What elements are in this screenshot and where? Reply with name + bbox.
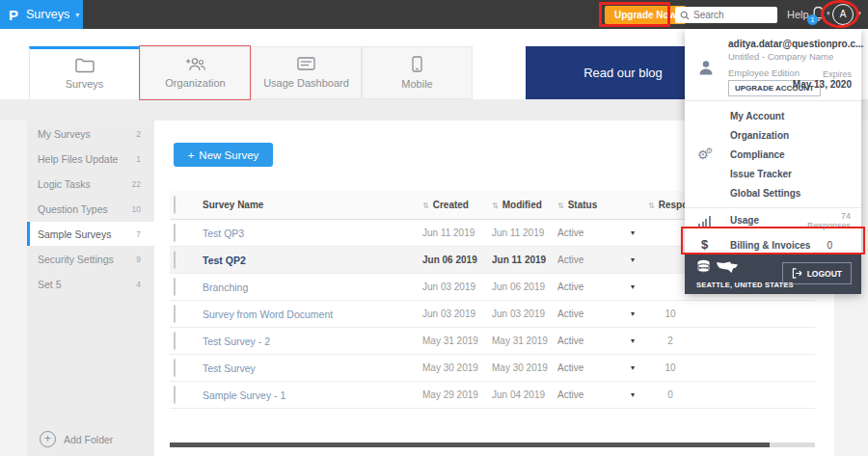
server-database-icon bbox=[696, 259, 711, 275]
account-menu-item[interactable]: Organization bbox=[685, 126, 861, 146]
tab-organization[interactable]: Organization bbox=[140, 46, 251, 99]
row-actions-dropdown[interactable]: ▾ bbox=[617, 390, 648, 399]
column-header-survey-name[interactable]: Survey Name bbox=[203, 200, 422, 210]
sidebar-folder-item[interactable]: Help Files Update 1 bbox=[27, 147, 154, 171]
row-actions-dropdown[interactable]: ▾ bbox=[617, 282, 648, 291]
account-avatar[interactable]: A bbox=[832, 4, 854, 25]
billing-value: 0 bbox=[827, 240, 832, 251]
status-value: Active bbox=[557, 362, 617, 373]
folder-label: My Surveys bbox=[38, 128, 136, 140]
tab-mobile[interactable]: Mobile bbox=[362, 46, 473, 99]
new-survey-button[interactable]: +New Survey bbox=[174, 143, 273, 167]
logout-label: LOGOUT bbox=[807, 269, 842, 279]
chevron-down-icon[interactable]: ▾ bbox=[857, 10, 861, 17]
upgrade-now-button[interactable]: Upgrade Now bbox=[605, 6, 686, 24]
account-location: SEATTLE, UNITED STATES bbox=[696, 281, 794, 289]
row-checkbox[interactable] bbox=[174, 359, 176, 377]
survey-name-link[interactable]: Test QP2 bbox=[203, 255, 422, 266]
row-actions-dropdown[interactable]: ▾ bbox=[617, 336, 648, 345]
row-actions-dropdown[interactable]: ▾ bbox=[617, 255, 648, 264]
row-actions-dropdown[interactable]: ▾ bbox=[617, 309, 648, 318]
usa-map-icon bbox=[716, 260, 739, 274]
sort-icon: ⇅ bbox=[492, 201, 499, 210]
mobile-phone-icon bbox=[412, 56, 422, 72]
row-checkbox[interactable] bbox=[174, 305, 176, 323]
sidebar-folder-item[interactable]: My Surveys 2 bbox=[27, 121, 154, 146]
account-menu-item[interactable]: My Account bbox=[685, 107, 861, 126]
product-switcher[interactable]: P Surveys ▾ bbox=[0, 0, 83, 29]
tab-label: Usage Dashboard bbox=[263, 77, 349, 89]
folder-count: 4 bbox=[136, 280, 141, 289]
responses-count: 0 bbox=[648, 389, 692, 400]
status-value: Active bbox=[557, 255, 617, 265]
survey-name-link[interactable]: Test QP3 bbox=[203, 228, 422, 239]
sidebar-folder-item[interactable]: Security Settings 9 bbox=[27, 247, 154, 271]
sidebar-folder-item[interactable]: Logic Tasks 22 bbox=[27, 172, 154, 196]
sort-icon: ⇅ bbox=[557, 201, 564, 210]
search-box[interactable] bbox=[675, 7, 777, 23]
row-actions-dropdown[interactable]: ▾ bbox=[617, 228, 648, 237]
created-date: May 29 2019 bbox=[422, 389, 492, 400]
chevron-down-icon: ▾ bbox=[75, 11, 79, 19]
folder-label: Help Files Update bbox=[38, 153, 136, 165]
add-folder-label: Add Folder bbox=[64, 434, 113, 445]
sidebar-folder-item[interactable]: Question Types 10 bbox=[27, 197, 154, 221]
dollar-icon: $ bbox=[701, 237, 708, 252]
account-menu-item[interactable]: Global Settings bbox=[685, 184, 861, 203]
account-menu-item[interactable]: Issue Tracker bbox=[685, 165, 861, 184]
select-all-checkbox[interactable] bbox=[174, 196, 176, 214]
horizontal-scrollbar-track[interactable] bbox=[170, 443, 815, 447]
chevron-down-icon[interactable]: ▾ bbox=[827, 10, 830, 17]
row-checkbox[interactable] bbox=[174, 332, 176, 350]
row-checkbox[interactable] bbox=[174, 251, 176, 269]
search-input[interactable] bbox=[693, 10, 774, 20]
sort-icon: ⇅ bbox=[648, 201, 655, 210]
usage-menu-item[interactable]: Usage 74Responses bbox=[685, 208, 861, 233]
gears-icon: ⚙⚙ bbox=[697, 148, 716, 162]
row-actions-dropdown[interactable]: ▾ bbox=[617, 363, 648, 372]
survey-name-link[interactable]: Test Survey - 2 bbox=[203, 335, 422, 347]
survey-name-link[interactable]: Branching bbox=[203, 282, 422, 293]
bar-chart-icon bbox=[698, 216, 711, 227]
responses-count: 10 bbox=[648, 308, 692, 319]
horizontal-scrollbar-thumb[interactable] bbox=[170, 443, 770, 447]
folder-count: 10 bbox=[132, 204, 141, 214]
column-header-modified[interactable]: ⇅Modified bbox=[492, 200, 557, 210]
sidebar-folder-item[interactable]: Set 5 4 bbox=[27, 272, 154, 296]
folder-label: Set 5 bbox=[38, 279, 136, 290]
column-header-created[interactable]: ⇅Created bbox=[422, 200, 492, 210]
column-header-status[interactable]: ⇅Status bbox=[557, 200, 617, 210]
account-email: aditya.datar@questionpro.c... bbox=[728, 39, 863, 49]
tab-surveys[interactable]: Surveys bbox=[29, 46, 140, 99]
created-date: May 30 2019 bbox=[422, 362, 492, 373]
usage-label: Usage bbox=[730, 215, 759, 226]
plus-icon: + bbox=[188, 149, 195, 161]
logout-button[interactable]: LOGOUT bbox=[782, 262, 852, 284]
billing-label: Billing & Invoices bbox=[730, 240, 810, 251]
survey-name-link[interactable]: Sample Survey - 1 bbox=[203, 389, 422, 401]
account-company: Untitled - Company Name bbox=[728, 51, 833, 62]
row-checkbox[interactable] bbox=[174, 224, 176, 242]
folder-label: Logic Tasks bbox=[38, 178, 132, 190]
created-date: Jun 11 2019 bbox=[422, 228, 492, 238]
account-summary-section: aditya.datar@questionpro.c... Untitled -… bbox=[685, 29, 861, 100]
folder-label: Question Types bbox=[38, 203, 132, 215]
survey-name-link[interactable]: Test Survey bbox=[203, 362, 422, 374]
account-menu-list: ⚙⚙ My Account Organization Compliance Is… bbox=[685, 101, 861, 207]
row-checkbox[interactable] bbox=[174, 386, 176, 404]
survey-name-link[interactable]: Survey from Word Document bbox=[203, 308, 422, 320]
modified-date: Jun 11 2019 bbox=[492, 228, 557, 238]
add-folder-button[interactable]: + Add Folder bbox=[40, 431, 113, 447]
folder-count: 9 bbox=[136, 255, 141, 264]
questionpro-logo-icon: P bbox=[9, 7, 18, 23]
row-checkbox[interactable] bbox=[174, 278, 176, 296]
account-edition: Employee Edition bbox=[728, 67, 800, 78]
modified-date: Jun 06 2019 bbox=[492, 282, 557, 292]
expires-date: May 13, 2020 bbox=[793, 79, 852, 90]
created-date: Jun 06 2019 bbox=[422, 255, 492, 265]
tab-usage-dashboard[interactable]: Usage Dashboard bbox=[251, 46, 362, 99]
help-link[interactable]: Help bbox=[787, 9, 809, 20]
sidebar-folder-item[interactable]: Sample Surveys 7 bbox=[27, 222, 154, 246]
folder-count: 1 bbox=[136, 154, 141, 164]
folder-label: Security Settings bbox=[38, 254, 136, 265]
